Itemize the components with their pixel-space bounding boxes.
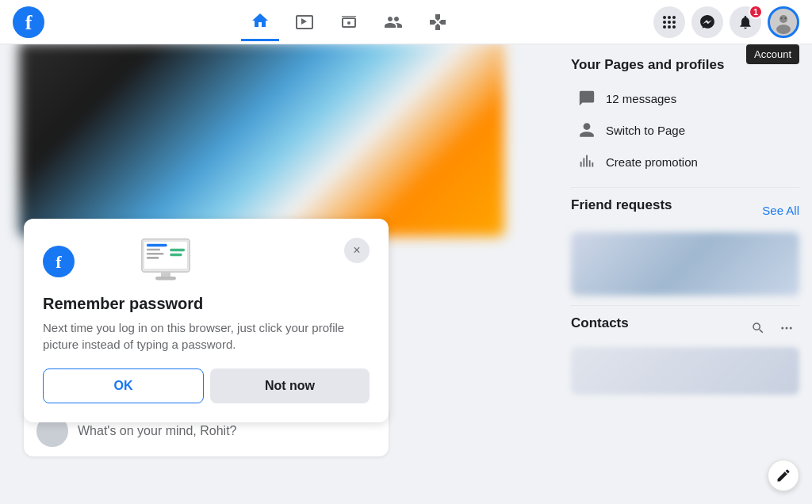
- notifications-button[interactable]: 1: [730, 6, 761, 38]
- nav-center: [44, 3, 653, 41]
- left-content: f: [0, 44, 558, 504]
- svg-point-4: [668, 16, 671, 19]
- nav-home-button[interactable]: [241, 3, 279, 41]
- svg-point-15: [784, 17, 786, 18]
- fb-logo-dialog: f: [43, 246, 75, 277]
- account-tooltip: Account: [746, 44, 799, 64]
- contacts-divider: [571, 305, 799, 306]
- apps-button[interactable]: [653, 6, 685, 38]
- contacts-search-button[interactable]: [745, 315, 771, 341]
- svg-rect-22: [147, 253, 164, 255]
- svg-point-3: [663, 16, 666, 19]
- remember-password-dialog: f: [24, 219, 389, 422]
- contacts-title: Contacts: [571, 315, 629, 331]
- sidebar-switch-page-item[interactable]: Switch to Page: [571, 114, 799, 146]
- sidebar-messages-item[interactable]: 12 messages: [571, 82, 799, 114]
- nav-gaming-button[interactable]: [419, 3, 457, 41]
- dialog-title: Remember password: [43, 295, 370, 313]
- friend-request-card: [571, 232, 799, 296]
- svg-point-12: [779, 15, 787, 23]
- svg-rect-25: [170, 254, 182, 256]
- friend-requests-title: Friend requests: [571, 197, 672, 213]
- dialog-description: Next time you log in on this browser, ju…: [43, 319, 370, 353]
- edit-button[interactable]: [768, 460, 799, 491]
- messenger-button[interactable]: [691, 6, 723, 38]
- nav-right: 1 Account: [653, 6, 799, 38]
- svg-point-7: [668, 21, 671, 24]
- svg-point-30: [790, 327, 792, 330]
- friend-requests-header: Friend requests See All: [571, 197, 799, 223]
- contacts-list-blurred: [571, 347, 799, 395]
- right-sidebar: Your Pages and profiles 12 messages Swit…: [558, 44, 812, 504]
- monitor-icon: [138, 238, 193, 285]
- not-now-button[interactable]: Not now: [210, 368, 370, 403]
- messages-icon: [577, 89, 596, 108]
- nav-groups-button[interactable]: [374, 3, 412, 41]
- create-promotion-label: Create promotion: [606, 155, 698, 169]
- cover-image: [19, 44, 504, 236]
- svg-text:f: f: [25, 11, 33, 34]
- dialog-actions: OK Not now: [43, 368, 370, 403]
- contacts-header: Contacts: [571, 315, 799, 341]
- sidebar-create-promotion-item[interactable]: Create promotion: [571, 146, 799, 178]
- switch-page-label: Switch to Page: [606, 124, 685, 137]
- svg-point-8: [672, 21, 676, 24]
- post-input-placeholder[interactable]: What's on your mind, Rohit?: [78, 424, 376, 438]
- main-layout: f: [0, 44, 812, 504]
- ok-button[interactable]: OK: [43, 368, 204, 403]
- svg-point-14: [780, 17, 782, 18]
- messages-label: 12 messages: [606, 92, 676, 105]
- svg-rect-26: [161, 272, 170, 277]
- svg-text:f: f: [56, 252, 62, 272]
- dialog-header: f: [43, 238, 370, 285]
- svg-rect-27: [155, 277, 176, 280]
- nav-marketplace-button[interactable]: [330, 3, 368, 41]
- switch-page-icon: [577, 120, 596, 139]
- account-button[interactable]: [768, 6, 799, 38]
- notification-badge: 1: [749, 5, 763, 19]
- svg-point-10: [668, 25, 671, 29]
- see-all-link[interactable]: See All: [762, 204, 799, 217]
- dialog-close-button[interactable]: ×: [344, 238, 370, 263]
- svg-point-5: [672, 16, 676, 19]
- account-container: Account: [768, 6, 799, 38]
- svg-rect-24: [170, 249, 185, 251]
- sidebar-divider: [571, 187, 799, 188]
- dialog-icons: f: [43, 238, 193, 285]
- nav-watch-button[interactable]: [285, 3, 324, 41]
- svg-rect-23: [147, 257, 159, 259]
- svg-point-2: [347, 21, 350, 25]
- svg-rect-20: [147, 244, 167, 246]
- svg-rect-21: [147, 249, 160, 251]
- svg-point-13: [776, 25, 791, 34]
- contacts-more-button[interactable]: [774, 315, 799, 341]
- svg-point-11: [672, 25, 676, 29]
- svg-point-9: [663, 25, 666, 29]
- promotion-icon: [577, 152, 596, 171]
- svg-point-29: [786, 327, 788, 330]
- svg-point-28: [781, 327, 783, 330]
- fb-logo[interactable]: f: [13, 6, 44, 38]
- navbar: f: [0, 0, 812, 44]
- contacts-actions: [745, 315, 799, 341]
- svg-point-6: [663, 21, 666, 24]
